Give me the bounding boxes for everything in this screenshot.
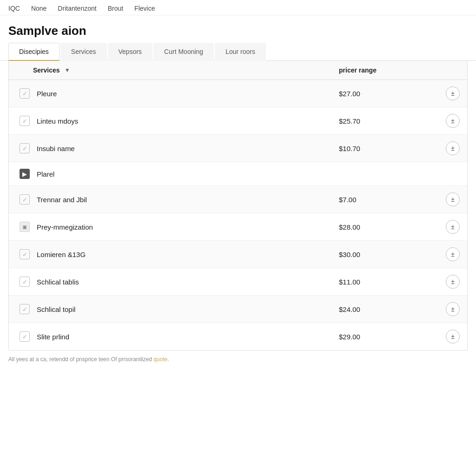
header-price-col: pricer range (339, 66, 432, 74)
row-check-9[interactable]: ✓ (16, 304, 33, 314)
row-check-5[interactable]: ✓ (16, 194, 33, 205)
nav-item-none[interactable]: None (31, 5, 46, 12)
checkbox-8[interactable]: ✓ (20, 277, 30, 287)
checkbox-2[interactable]: ✓ (20, 116, 30, 126)
tab-vepsors[interactable]: Vepsors (108, 43, 153, 61)
row-action-8: ± (432, 275, 460, 289)
row-check-6[interactable]: ▣ (16, 222, 33, 232)
row-price-9: $24.00 (339, 305, 432, 313)
image-icon-4[interactable]: ▶ (20, 169, 30, 179)
plus-minus-btn-8[interactable]: ± (446, 275, 460, 289)
services-table: Services ▼ pricer range ✓ Pleure $27.00 … (8, 61, 468, 350)
row-check-1[interactable]: ✓ (16, 88, 33, 99)
row-action-5: ± (432, 192, 460, 206)
tab-curt-mooning[interactable]: Curt Mooning (153, 43, 214, 61)
row-price-1: $27.00 (339, 90, 432, 98)
table-row: ✓ Lomieren &13G $30.00 ± (9, 241, 467, 268)
tab-bar: Disecipies Services Vepsors Curt Mooning… (0, 43, 476, 61)
header-service-label: Services (33, 66, 60, 74)
row-action-1: ± (432, 86, 460, 100)
plus-minus-btn-3[interactable]: ± (446, 141, 460, 155)
table-row: ✓ Pleure $27.00 ± (9, 80, 467, 107)
plus-minus-btn-5[interactable]: ± (446, 192, 460, 206)
row-check-8[interactable]: ✓ (16, 277, 33, 287)
row-check-2[interactable]: ✓ (16, 116, 33, 126)
nav-item-dritantenzont[interactable]: Dritantenzont (58, 5, 96, 12)
tab-services[interactable]: Services (60, 43, 107, 61)
row-price-8: $11.00 (339, 278, 432, 286)
row-price-10: $29.00 (339, 333, 432, 341)
tab-disecipies[interactable]: Disecipies (8, 43, 60, 61)
row-price-2: $25.70 (339, 117, 432, 125)
row-price-6: $28.00 (339, 223, 432, 231)
table-row: ✓ Insubi name $10.70 ± (9, 135, 467, 162)
plus-minus-btn-7[interactable]: ± (446, 247, 460, 261)
row-price-5: $7.00 (339, 196, 432, 204)
checkbox-3[interactable]: ✓ (20, 143, 30, 153)
footer-text-end: . (167, 356, 169, 363)
row-action-2: ± (432, 114, 460, 128)
row-name-9: Schlical topil (33, 305, 339, 313)
table-row: ✓ Schlical topil $24.00 ± (9, 296, 467, 323)
row-check-3[interactable]: ✓ (16, 143, 33, 153)
footer-link[interactable]: quote (153, 356, 167, 363)
row-name-4: Plarel (33, 170, 339, 178)
table-row: ▣ Prey-mmegization $28.00 ± (9, 213, 467, 241)
header-service-col: Services ▼ (33, 66, 339, 74)
table-row: ▶ Plarel (9, 162, 467, 186)
row-action-3: ± (432, 141, 460, 155)
table-row: ✓ Trennar and Jbil $7.00 ± (9, 186, 467, 213)
tab-lour-roors[interactable]: Lour roors (215, 43, 266, 61)
table-header: Services ▼ pricer range (9, 61, 467, 80)
footer-note: All yees at a ca, retendd of pnsprice te… (0, 350, 476, 368)
row-name-10: Slite prlind (33, 333, 339, 341)
table-row: ✓ Slite prlind $29.00 ± (9, 323, 467, 350)
row-action-7: ± (432, 247, 460, 261)
nav-item-brout[interactable]: Brout (108, 5, 123, 12)
row-check-4[interactable]: ▶ (16, 169, 33, 179)
footer-text: All yees at a ca, retendd of pnsprice te… (8, 356, 153, 363)
row-action-9: ± (432, 302, 460, 316)
row-name-3: Insubi name (33, 145, 339, 152)
row-name-5: Trennar and Jbil (33, 196, 339, 204)
checkbox-1[interactable]: ✓ (20, 88, 30, 99)
checkbox-10[interactable]: ✓ (20, 331, 30, 342)
plus-minus-btn-10[interactable]: ± (446, 330, 460, 344)
checkbox-7[interactable]: ✓ (20, 249, 30, 259)
row-name-7: Lomieren &13G (33, 251, 339, 258)
row-name-1: Pleure (33, 90, 339, 98)
plus-minus-btn-9[interactable]: ± (446, 302, 460, 316)
row-price-3: $10.70 (339, 145, 432, 152)
nav-item-flevice[interactable]: Flevice (134, 5, 155, 12)
checkbox-9[interactable]: ✓ (20, 304, 30, 314)
sort-icon[interactable]: ▼ (64, 66, 71, 74)
plus-minus-btn-2[interactable]: ± (446, 114, 460, 128)
plus-minus-btn-6[interactable]: ± (446, 220, 460, 234)
top-nav: IQC None Dritantenzont Brout Flevice (0, 0, 476, 15)
nav-item-iqc[interactable]: IQC (8, 5, 20, 12)
row-check-10[interactable]: ✓ (16, 331, 33, 342)
row-name-8: Schlical tablis (33, 278, 339, 286)
table-row: ✓ Schlical tablis $11.00 ± (9, 268, 467, 296)
row-name-6: Prey-mmegization (33, 223, 339, 231)
row-check-7[interactable]: ✓ (16, 249, 33, 259)
page-title: Samplve aion (0, 15, 476, 43)
row-action-10: ± (432, 330, 460, 344)
plus-minus-btn-1[interactable]: ± (446, 86, 460, 100)
row-price-7: $30.00 (339, 251, 432, 258)
row-name-2: Linteu mdoys (33, 117, 339, 125)
table-row: ✓ Linteu mdoys $25.70 ± (9, 107, 467, 135)
checkbox-5[interactable]: ✓ (20, 194, 30, 205)
image-box-6[interactable]: ▣ (20, 222, 30, 232)
row-action-6: ± (432, 220, 460, 234)
